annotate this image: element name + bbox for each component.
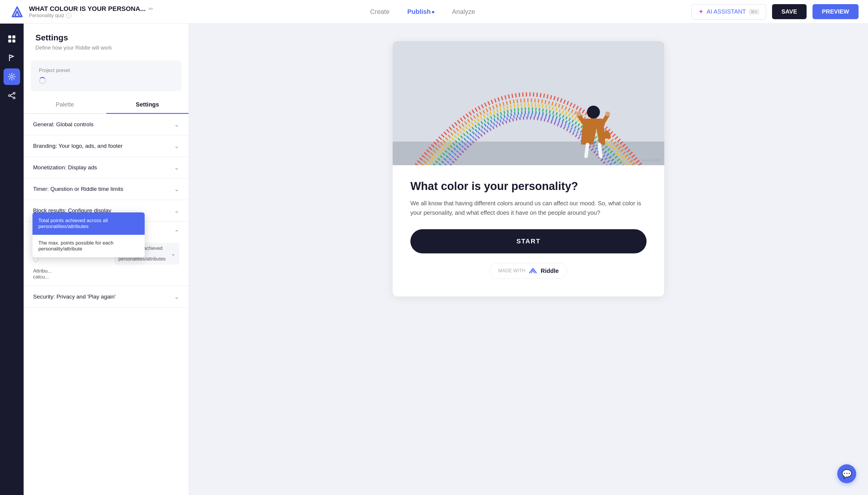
start-button[interactable]: START <box>410 229 646 253</box>
panel-subtitle: Define how your Riddle will work <box>35 45 177 51</box>
nav-tabs: Create Publish Analyze <box>165 5 679 18</box>
ai-icon: ✦ <box>698 8 704 16</box>
chat-icon: 💬 <box>842 469 852 479</box>
svg-rect-3 <box>12 35 15 38</box>
dropdown-item-total[interactable]: Total points achieved across all persona… <box>32 212 145 235</box>
chevron-icon: ⌄ <box>174 186 179 193</box>
accordion-branding: Branding: Your logo, ads, and footer ⌄ <box>23 135 189 157</box>
tab-palette[interactable]: Palette <box>23 96 106 113</box>
svg-rect-4 <box>8 39 11 42</box>
project-type: Personality quiz <box>29 13 64 19</box>
svg-rect-5 <box>12 39 15 42</box>
svg-point-14 <box>587 106 600 119</box>
made-with-badge: MADE WITH Riddle <box>490 263 568 279</box>
main-layout: Settings Define how your Riddle will wor… <box>0 23 868 495</box>
top-navigation: WHAT COLOUR IS YOUR PERSONA... ✏ Persona… <box>0 0 868 23</box>
accordion-general-header[interactable]: General: Global controls ⌄ <box>23 114 189 135</box>
panel-header: Settings Define how your Riddle will wor… <box>23 23 189 56</box>
settings-panel: Settings Define how your Riddle will wor… <box>23 23 189 495</box>
chevron-icon: ⌄ <box>174 293 179 300</box>
project-info: WHAT COLOUR IS YOUR PERSONA... ✏ Persona… <box>29 5 153 19</box>
accordion-timer-header[interactable]: Timer: Question or Riddle time limits ⌄ <box>23 178 189 200</box>
loading-spinner <box>39 77 46 84</box>
riddle-label: Riddle <box>541 268 559 274</box>
ai-assistant-button[interactable]: ✦ AI ASSISTANT ⌘K <box>691 4 766 19</box>
chevron-icon: ⌄ <box>174 207 179 214</box>
logo-area: WHAT COLOUR IS YOUR PERSONA... ✏ Persona… <box>10 4 153 19</box>
chat-bubble[interactable]: 💬 <box>837 464 856 483</box>
accordion-branding-header[interactable]: Branding: Your logo, ads, and footer ⌄ <box>23 135 189 157</box>
ai-btn-label: AI ASSISTANT <box>706 8 746 15</box>
svg-point-9 <box>13 97 15 99</box>
svg-point-6 <box>11 75 13 78</box>
chevron-icon: ⌄ <box>174 142 179 150</box>
quiz-content: What color is your personality? We all k… <box>393 165 664 296</box>
dropdown-menu: Total points achieved across all persona… <box>32 212 145 257</box>
sidebar <box>0 23 23 495</box>
accordion-timer: Timer: Question or Riddle time limits ⌄ <box>23 178 189 200</box>
svg-point-16 <box>605 112 610 116</box>
tab-analyze[interactable]: Analyze <box>452 5 475 18</box>
project-info-icon[interactable]: i <box>66 13 71 18</box>
svg-rect-13 <box>393 41 664 141</box>
attr-calc-partial: Attribu...calcu... <box>33 268 179 280</box>
accordion-general: General: Global controls ⌄ <box>23 114 189 135</box>
accordion-security: Security: Privacy and 'Play again' ⌄ <box>23 286 189 308</box>
project-preset-area: Project preset <box>31 61 182 91</box>
sidebar-icon-settings[interactable] <box>3 68 20 85</box>
preset-label: Project preset <box>39 68 70 73</box>
preview-area: pexels.com What color is your personalit… <box>189 23 868 495</box>
sidebar-icon-flag[interactable] <box>3 50 20 66</box>
quiz-description: We all know that having different colors… <box>410 199 646 217</box>
svg-point-7 <box>13 92 15 94</box>
accordion-monetization-header[interactable]: Monetization: Display ads ⌄ <box>23 157 189 178</box>
dropdown-chevron: ⌄ <box>171 251 175 257</box>
ai-shortcut: ⌘K <box>749 9 759 15</box>
panel-title: Settings <box>35 33 177 42</box>
sidebar-icon-grid[interactable] <box>3 31 20 47</box>
dropdown-item-max[interactable]: The max. points possible for each person… <box>32 235 145 257</box>
chevron-icon: ⌄ <box>174 164 179 171</box>
tab-publish[interactable]: Publish <box>407 5 434 18</box>
tab-settings[interactable]: Settings <box>106 96 189 113</box>
chevron-icon: ⌄ <box>174 121 179 128</box>
pexels-credit: pexels.com <box>641 158 661 162</box>
preview-card: pexels.com What color is your personalit… <box>393 41 664 296</box>
chevron-up-icon: ⌄ <box>174 228 179 236</box>
svg-point-8 <box>9 95 10 97</box>
project-title: WHAT COLOUR IS YOUR PERSONA... <box>29 5 146 13</box>
calc-info-icon[interactable]: i <box>33 257 38 262</box>
made-with-label: MADE WITH <box>498 268 525 273</box>
edit-title-icon[interactable]: ✏ <box>148 5 153 12</box>
accordion-monetization: Monetization: Display ads ⌄ <box>23 157 189 178</box>
nav-actions: ✦ AI ASSISTANT ⌘K SAVE PREVIEW <box>691 4 858 19</box>
quiz-title: What color is your personality? <box>410 180 646 193</box>
logo-icon[interactable] <box>10 4 25 19</box>
preview-button[interactable]: PREVIEW <box>813 4 858 19</box>
svg-rect-2 <box>8 35 11 38</box>
tab-create[interactable]: Create <box>370 5 389 18</box>
riddle-logo-icon <box>528 267 538 274</box>
save-button[interactable]: SAVE <box>772 4 807 19</box>
svg-point-15 <box>576 112 581 116</box>
accordion-security-header[interactable]: Security: Privacy and 'Play again' ⌄ <box>23 286 189 307</box>
panel-tabs: Palette Settings <box>23 96 189 114</box>
quiz-cover-image: pexels.com <box>393 41 664 165</box>
sidebar-icon-share[interactable] <box>3 87 20 104</box>
